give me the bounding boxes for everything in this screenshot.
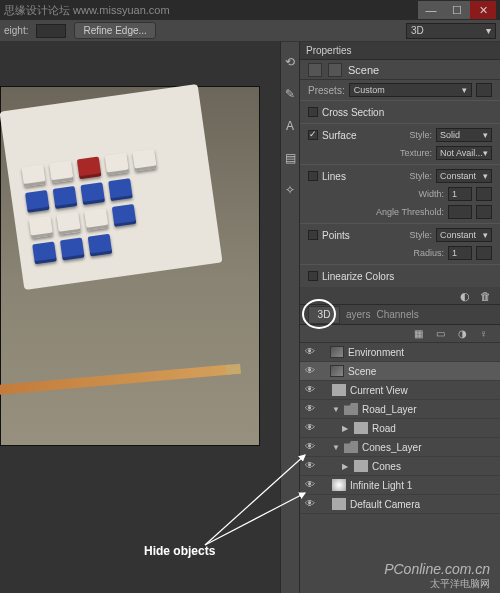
scene-icon <box>330 365 344 377</box>
character-icon[interactable]: A <box>282 118 298 134</box>
points-style-label: Style: <box>402 230 432 240</box>
brush-icon[interactable]: ✎ <box>282 86 298 102</box>
window-controls: — ☐ ✕ <box>418 1 496 19</box>
3d-tree: 👁 Environment 👁 Scene 👁 Current View 👁 <box>300 343 500 593</box>
item-label: Road <box>372 423 396 434</box>
close-button[interactable]: ✕ <box>470 1 496 19</box>
tool-dock: ⟲ ✎ A ▤ ✧ <box>280 42 300 593</box>
camera-icon <box>332 384 346 396</box>
render-icon[interactable]: ◐ <box>460 290 472 302</box>
visibility-eye-icon[interactable]: 👁 <box>304 346 316 358</box>
presets-dropdown[interactable]: Custom ▾ <box>349 83 472 97</box>
item-label: Default Camera <box>350 499 420 510</box>
document-canvas[interactable] <box>0 86 260 446</box>
visibility-eye-icon[interactable]: 👁 <box>304 384 316 396</box>
presets-label: Presets: <box>308 85 345 96</box>
filter-light-icon[interactable]: ♀ <box>480 328 492 340</box>
tab-layers[interactable]: ayers <box>346 309 370 320</box>
watermark: PConline.com.cn 太平洋电脑网 <box>384 561 490 591</box>
scene-label: Scene <box>348 64 379 76</box>
visibility-eye-icon[interactable]: 👁 <box>304 479 316 491</box>
watermark-line1: PConline.com.cn <box>384 561 490 577</box>
item-label: Road_Layer <box>362 404 416 415</box>
lines-width-swatch[interactable] <box>476 187 492 201</box>
paragraph-icon[interactable]: ▤ <box>282 150 298 166</box>
environment-icon <box>330 346 344 358</box>
points-style-dropdown[interactable]: Constant▾ <box>436 228 492 242</box>
watermark-line2: 太平洋电脑网 <box>384 577 490 591</box>
points-checkbox[interactable] <box>308 230 318 240</box>
item-label: Scene <box>348 366 376 377</box>
disclosure-triangle-icon[interactable]: ▼ <box>332 443 340 452</box>
visibility-eye-icon[interactable]: 👁 <box>304 460 316 472</box>
canvas-area[interactable] <box>0 42 280 593</box>
disclosure-triangle-icon[interactable]: ▼ <box>332 405 340 414</box>
tree-row-cones-layer[interactable]: 👁 ▼ Cones_Layer <box>300 438 500 457</box>
lines-width-label: Width: <box>374 189 444 199</box>
pencil-image <box>0 365 231 396</box>
visibility-eye-icon[interactable]: 👁 <box>304 422 316 434</box>
tab-3d[interactable]: 3D <box>308 306 340 324</box>
properties-panel-tab[interactable]: Properties <box>300 42 500 60</box>
refine-edge-button[interactable]: Refine Edge... <box>74 22 155 39</box>
linearize-label: Linearize Colors <box>322 271 492 282</box>
light-icon <box>332 479 346 491</box>
points-label: Points <box>322 230 398 241</box>
surface-texture-dropdown[interactable]: Not Avail...▾ <box>436 146 492 160</box>
surface-label: Surface <box>322 130 398 141</box>
points-radius-input[interactable]: 1 <box>448 246 472 260</box>
options-bar: eight: Refine Edge... 3D ▾ <box>0 20 500 42</box>
lines-width-input[interactable]: 1 <box>448 187 472 201</box>
chevron-down-icon: ▾ <box>483 171 488 181</box>
lines-checkbox[interactable] <box>308 171 318 181</box>
tree-row-scene[interactable]: 👁 Scene <box>300 362 500 381</box>
preset-menu-button[interactable] <box>476 83 492 97</box>
chevron-down-icon: ▾ <box>483 148 488 158</box>
lines-style-label: Style: <box>402 171 432 181</box>
title-text: 思缘设计论坛 www.missyuan.com <box>4 3 170 18</box>
surface-style-dropdown[interactable]: Solid▾ <box>436 128 492 142</box>
points-style-value: Constant <box>440 230 476 240</box>
filter-material-icon[interactable]: ◑ <box>458 328 470 340</box>
tree-row-road[interactable]: 👁 ▶ Road <box>300 419 500 438</box>
trash-icon[interactable]: 🗑 <box>480 290 492 302</box>
tree-row-cones[interactable]: 👁 ▶ Cones <box>300 457 500 476</box>
filter-mesh-icon[interactable]: ▭ <box>436 328 448 340</box>
visibility-eye-icon[interactable]: 👁 <box>304 498 316 510</box>
scene-icon <box>328 63 342 77</box>
tree-row-road-layer[interactable]: 👁 ▼ Road_Layer <box>300 400 500 419</box>
tree-row-current-view[interactable]: 👁 Current View <box>300 381 500 400</box>
surface-checkbox[interactable] <box>308 130 318 140</box>
scene-type-icon[interactable] <box>308 63 322 77</box>
disclosure-triangle-icon[interactable]: ▶ <box>342 462 350 471</box>
tree-row-infinite-light[interactable]: 👁 Infinite Light 1 <box>300 476 500 495</box>
tab-channels[interactable]: Channels <box>376 309 418 320</box>
lines-style-dropdown[interactable]: Constant▾ <box>436 169 492 183</box>
workspace-dropdown-value: 3D <box>411 25 424 36</box>
cross-section-label: Cross Section <box>322 107 492 118</box>
points-radius-swatch[interactable] <box>476 246 492 260</box>
angle-threshold-swatch[interactable] <box>476 205 492 219</box>
presets-value: Custom <box>354 85 385 95</box>
visibility-eye-icon[interactable]: 👁 <box>304 403 316 415</box>
disclosure-triangle-icon[interactable]: ▶ <box>342 424 350 433</box>
camera-icon <box>332 498 346 510</box>
linearize-checkbox[interactable] <box>308 271 318 281</box>
visibility-eye-icon[interactable]: 👁 <box>304 441 316 453</box>
cross-section-checkbox[interactable] <box>308 107 318 117</box>
angle-threshold-input[interactable] <box>448 205 472 219</box>
minimize-button[interactable]: — <box>418 1 444 19</box>
item-label: Current View <box>350 385 408 396</box>
height-input[interactable] <box>36 24 66 38</box>
tree-row-default-camera[interactable]: 👁 Default Camera <box>300 495 500 514</box>
history-icon[interactable]: ⟲ <box>282 54 298 70</box>
mesh-icon <box>354 422 368 434</box>
surface-style-value: Solid <box>440 130 460 140</box>
folder-icon <box>344 403 358 415</box>
swatch-icon[interactable]: ✧ <box>282 182 298 198</box>
tree-row-environment[interactable]: 👁 Environment <box>300 343 500 362</box>
maximize-button[interactable]: ☐ <box>444 1 470 19</box>
visibility-eye-icon[interactable]: 👁 <box>304 365 316 377</box>
workspace-dropdown[interactable]: 3D ▾ <box>406 23 496 39</box>
filter-scene-icon[interactable]: ▦ <box>414 328 426 340</box>
